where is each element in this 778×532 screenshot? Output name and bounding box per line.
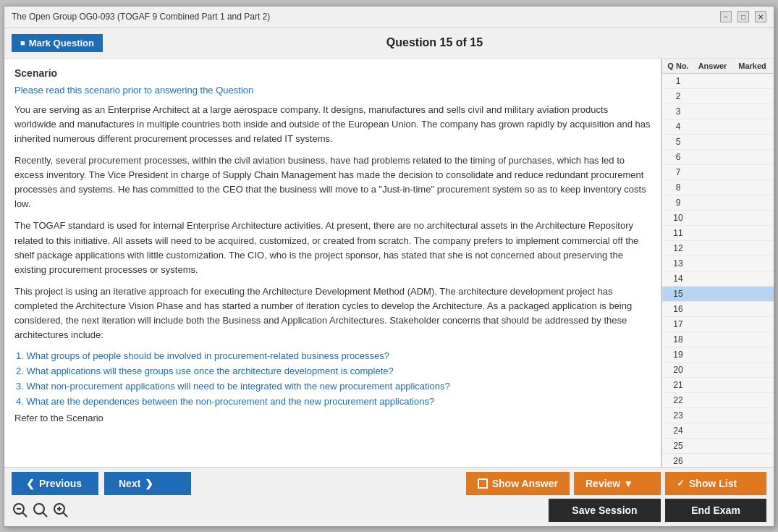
col-header-marked: Marked xyxy=(732,62,772,70)
sidebar-row-marked xyxy=(732,166,772,178)
sidebar-row-num: 8 xyxy=(664,182,693,193)
sidebar-row-marked xyxy=(732,121,772,132)
sidebar-row-num: 2 xyxy=(664,90,693,102)
sidebar-row-answer xyxy=(693,318,732,330)
window-title: The Open Group OG0-093 (TOGAF 9 Combined… xyxy=(12,12,270,22)
sidebar-row-marked xyxy=(732,75,772,87)
sidebar-row-num: 22 xyxy=(664,394,693,406)
numbered-item-1: 1. What groups of people should be invol… xyxy=(14,350,651,361)
sidebar-row-answer xyxy=(693,288,732,300)
sidebar-row-answer xyxy=(693,227,732,239)
svg-line-2 xyxy=(22,512,27,517)
sidebar-row-marked xyxy=(732,334,772,345)
sidebar-row-marked xyxy=(732,136,772,148)
sidebar-row-num: 25 xyxy=(664,440,693,452)
numbered-item-2: 2. What applications will these groups u… xyxy=(14,366,651,376)
sidebar-row[interactable]: 25 xyxy=(662,439,774,454)
sidebar-row[interactable]: 9 xyxy=(662,195,774,211)
sidebar-row-answer xyxy=(693,334,732,345)
sidebar-row[interactable]: 18 xyxy=(662,332,774,347)
end-exam-button[interactable]: End Exam xyxy=(665,499,766,522)
sidebar-row-marked xyxy=(732,364,772,376)
sidebar-row[interactable]: 16 xyxy=(662,302,774,317)
sidebar-row-marked xyxy=(732,182,772,193)
sidebar-row-answer xyxy=(693,166,732,178)
sidebar-row-marked xyxy=(732,440,772,452)
sidebar-row-marked xyxy=(732,151,772,163)
paragraph-2: Recently, several procurement processes,… xyxy=(14,153,651,212)
show-list-button[interactable]: ✓ Show List xyxy=(665,472,766,495)
sidebar-row-num: 12 xyxy=(664,242,693,254)
nav-buttons: ❮ Previous Next ❯ xyxy=(12,472,191,495)
show-list-label: Show List xyxy=(689,478,737,489)
show-list-check-icon: ✓ xyxy=(677,478,685,489)
restore-button[interactable]: □ xyxy=(737,11,749,22)
sidebar-row[interactable]: 10 xyxy=(662,211,774,226)
refer-to-scenario: Refer to the Scenario xyxy=(14,413,651,423)
sidebar-row[interactable]: 4 xyxy=(662,119,774,135)
zoom-out-button[interactable] xyxy=(12,502,29,519)
sidebar-row[interactable]: 24 xyxy=(662,423,774,439)
question-title: Question 15 of 15 xyxy=(103,36,766,49)
numbered-item-4: 4. What are the dependences between the … xyxy=(14,396,651,407)
sidebar-row-num: 18 xyxy=(664,334,693,345)
sidebar-row[interactable]: 14 xyxy=(662,271,774,287)
zoom-in-button[interactable] xyxy=(52,502,69,519)
next-label: Next xyxy=(119,478,140,489)
sidebar-row-answer xyxy=(693,242,732,254)
sidebar-row-answer xyxy=(693,212,732,224)
sidebar-row[interactable]: 1 xyxy=(662,74,774,89)
sidebar-row[interactable]: 12 xyxy=(662,241,774,256)
session-buttons: Save Session End Exam xyxy=(549,499,766,522)
zoom-in-icon xyxy=(53,502,69,518)
review-button[interactable]: Review ▼ xyxy=(574,472,661,495)
previous-button[interactable]: ❮ Previous xyxy=(12,472,98,495)
sidebar-row-answer xyxy=(693,349,732,360)
sidebar-row[interactable]: 17 xyxy=(662,317,774,332)
para4-text: This project is using an iterative appro… xyxy=(14,286,632,340)
sidebar-row-answer xyxy=(693,90,732,102)
sidebar-row-answer xyxy=(693,136,732,148)
question-list-sidebar[interactable]: Q No. Answer Marked 12345678910111213141… xyxy=(661,59,774,467)
sidebar-row[interactable]: 15 xyxy=(662,287,774,302)
mark-question-button[interactable]: Mark Question xyxy=(12,34,103,52)
toolbar: Mark Question Question 15 of 15 xyxy=(4,28,774,59)
sidebar-row[interactable]: 23 xyxy=(662,408,774,423)
sidebar-row-answer xyxy=(693,121,732,132)
sidebar-row[interactable]: 2 xyxy=(662,89,774,104)
sidebar-row[interactable]: 7 xyxy=(662,165,774,180)
sidebar-row-marked xyxy=(732,90,772,102)
window-controls: − □ ✕ xyxy=(720,11,766,22)
sidebar-row-num: 10 xyxy=(664,212,693,224)
minimize-button[interactable]: − xyxy=(720,11,732,22)
sidebar-row[interactable]: 11 xyxy=(662,226,774,241)
save-session-button[interactable]: Save Session xyxy=(549,499,661,522)
show-answer-label: Show Answer xyxy=(492,478,558,489)
sidebar-row[interactable]: 3 xyxy=(662,104,774,119)
sidebar-row[interactable]: 5 xyxy=(662,135,774,150)
bottom-bar: ❮ Previous Next ❯ Show Answer Review ▼ xyxy=(4,467,774,526)
sidebar-row[interactable]: 26 xyxy=(662,454,774,467)
sidebar-row[interactable]: 13 xyxy=(662,256,774,271)
sidebar-row-answer xyxy=(693,410,732,421)
sidebar-row[interactable]: 21 xyxy=(662,378,774,393)
sidebar-row[interactable]: 19 xyxy=(662,347,774,363)
review-dropdown-icon: ▼ xyxy=(623,478,633,489)
next-button[interactable]: Next ❯ xyxy=(104,472,191,495)
sidebar-row[interactable]: 20 xyxy=(662,363,774,378)
sidebar-row-num: 11 xyxy=(664,227,693,239)
sidebar-row-marked xyxy=(732,410,772,421)
sidebar-row-marked xyxy=(732,242,772,254)
sidebar-row[interactable]: 6 xyxy=(662,150,774,165)
zoom-reset-button[interactable] xyxy=(32,502,49,519)
sidebar-row-num: 4 xyxy=(664,121,693,132)
sidebar-row[interactable]: 22 xyxy=(662,393,774,408)
scenario-blue-heading: Please read this scenario prior to answe… xyxy=(14,85,651,96)
close-button[interactable]: ✕ xyxy=(755,11,766,22)
content-area[interactable]: Scenario Please read this scenario prior… xyxy=(4,59,661,467)
main-content: Scenario Please read this scenario prior… xyxy=(4,59,774,467)
show-answer-button[interactable]: Show Answer xyxy=(466,472,570,495)
para1-text: You are serving as an Enterprise Archite… xyxy=(14,104,651,144)
sidebar-row[interactable]: 8 xyxy=(662,180,774,195)
sidebar-row-num: 16 xyxy=(664,303,693,315)
